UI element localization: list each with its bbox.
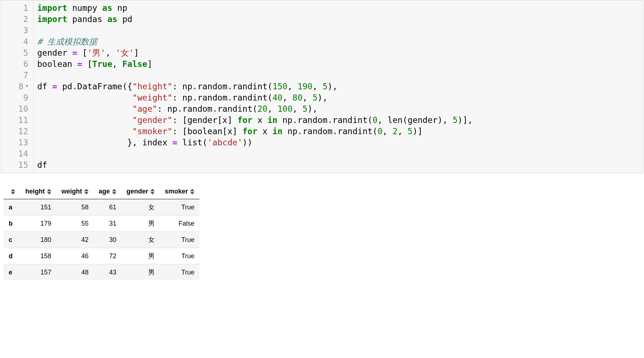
- table-cell: False: [160, 216, 199, 232]
- table-header-cell[interactable]: height: [20, 184, 56, 199]
- code-token: random: [197, 93, 227, 102]
- code-line[interactable]: "gender": [gender[x] for x in np.random.…: [37, 115, 639, 126]
- code-token: ,: [106, 48, 116, 57]
- code-token: numpy: [67, 3, 102, 13]
- table-index-cell: d: [4, 248, 20, 264]
- line-number: 9: [1, 92, 28, 103]
- code-line[interactable]: [37, 148, 639, 159]
- code-line[interactable]: "smoker": [boolean[x] for x in np.random…: [37, 126, 639, 137]
- code-token: ,: [267, 104, 278, 114]
- table-header-cell[interactable]: gender: [121, 184, 160, 199]
- code-token: ),: [327, 82, 338, 91]
- code-token: np: [278, 115, 293, 125]
- table-header-cell[interactable]: weight: [56, 184, 94, 199]
- table-cell: 31: [94, 216, 121, 232]
- code-token: 2: [392, 127, 398, 136]
- code-token: randint(: [338, 127, 378, 136]
- code-token: '男': [87, 48, 106, 57]
- code-token: as: [102, 3, 112, 13]
- code-token: random: [302, 127, 332, 136]
- code-line[interactable]: df: [37, 159, 639, 171]
- code-cell[interactable]: 12345678▼9101112131415 import numpy as n…: [1, 0, 643, 173]
- code-token: 5: [302, 104, 308, 114]
- code-token: DataFrame({: [77, 82, 132, 91]
- code-line[interactable]: df = pd.DataFrame({"height": np.random.r…: [37, 81, 639, 92]
- code-token: .: [327, 115, 332, 125]
- code-line[interactable]: import pandas as pd: [37, 14, 639, 25]
- code-token: [: [82, 59, 93, 69]
- code-token: True: [92, 59, 112, 69]
- sort-icon[interactable]: [112, 189, 116, 195]
- code-token: list(: [177, 138, 207, 147]
- code-line[interactable]: "weight": np.random.randint(40, 80, 5),: [37, 92, 639, 103]
- code-token: pd: [57, 82, 72, 91]
- table-header-cell[interactable]: age: [94, 184, 121, 199]
- line-number: 4: [1, 36, 28, 47]
- code-token: =: [172, 138, 177, 147]
- line-number: 7: [1, 70, 28, 81]
- table-cell: True: [160, 232, 199, 248]
- code-token: random: [183, 104, 212, 114]
- code-token: randint(: [232, 82, 272, 91]
- code-token: 80: [292, 93, 302, 102]
- code-token: in: [267, 115, 278, 125]
- table-header-cell[interactable]: smoker: [160, 184, 199, 199]
- code-token: False: [122, 59, 147, 69]
- table-cell: 46: [56, 248, 94, 264]
- code-token: 100: [278, 104, 293, 114]
- table-header-index[interactable]: [4, 184, 20, 199]
- sort-icon[interactable]: [84, 189, 89, 195]
- code-token: ),: [318, 93, 328, 102]
- code-token: 'abcde': [207, 138, 242, 147]
- dataframe-table: heightweightagegendersmoker a1515861女Tru…: [4, 184, 199, 280]
- code-token: x: [252, 115, 267, 125]
- table-index-cell: e: [4, 264, 20, 281]
- code-token: 20: [257, 104, 267, 114]
- code-token: "gender": [132, 115, 172, 125]
- code-token: : [gender[x]: [172, 115, 237, 125]
- table-cell: 61: [94, 199, 121, 216]
- table-header-label: age: [99, 188, 110, 195]
- table-cell: True: [160, 248, 199, 264]
- sort-icon[interactable]: [11, 189, 15, 195]
- code-token: }, index: [37, 138, 172, 147]
- code-token: : np: [172, 93, 192, 102]
- sort-icon[interactable]: [190, 189, 194, 195]
- code-line[interactable]: [37, 70, 639, 81]
- code-token: 5: [452, 115, 458, 125]
- table-cell: 72: [94, 248, 121, 264]
- code-token: ,: [112, 59, 123, 69]
- code-token: 190: [297, 82, 313, 91]
- code-line[interactable]: [37, 25, 639, 36]
- code-token: .: [212, 104, 218, 114]
- code-token: x: [257, 127, 272, 136]
- code-line[interactable]: "age": np.random.randint(20, 100, 5),: [37, 103, 639, 115]
- code-area[interactable]: import numpy as npimport pandas as pd # …: [34, 0, 643, 173]
- table-header-row: heightweightagegendersmoker: [4, 184, 199, 199]
- code-token: "age": [132, 104, 157, 114]
- code-token: 5: [322, 82, 327, 91]
- code-token: gender: [37, 48, 72, 57]
- sort-icon[interactable]: [47, 189, 51, 195]
- code-line[interactable]: boolean = [True, False]: [37, 59, 639, 70]
- table-cell: 151: [20, 199, 56, 216]
- code-line[interactable]: import numpy as np: [37, 3, 639, 14]
- code-line[interactable]: gender = ['男', '女']: [37, 47, 639, 59]
- table-index-cell: c: [4, 232, 20, 248]
- code-token: =: [52, 82, 57, 91]
- code-line[interactable]: # 生成模拟数据: [37, 36, 639, 47]
- table-cell: 179: [20, 216, 56, 232]
- table-index-cell: b: [4, 216, 20, 232]
- code-token: ,: [398, 127, 408, 136]
- code-token: =: [72, 48, 77, 57]
- fold-marker-icon[interactable]: ▼: [26, 81, 28, 92]
- code-token: [: [77, 48, 87, 57]
- code-token: ]: [134, 48, 139, 57]
- code-token: .: [192, 93, 197, 102]
- code-line[interactable]: }, index = list('abcde')): [37, 137, 639, 148]
- table-body: a1515861女Trueb1795531男Falsec1804230女True…: [4, 199, 199, 281]
- code-token: ,: [292, 104, 302, 114]
- sort-icon[interactable]: [150, 189, 155, 195]
- table-cell: 男: [121, 248, 160, 264]
- table-cell: 42: [56, 232, 94, 248]
